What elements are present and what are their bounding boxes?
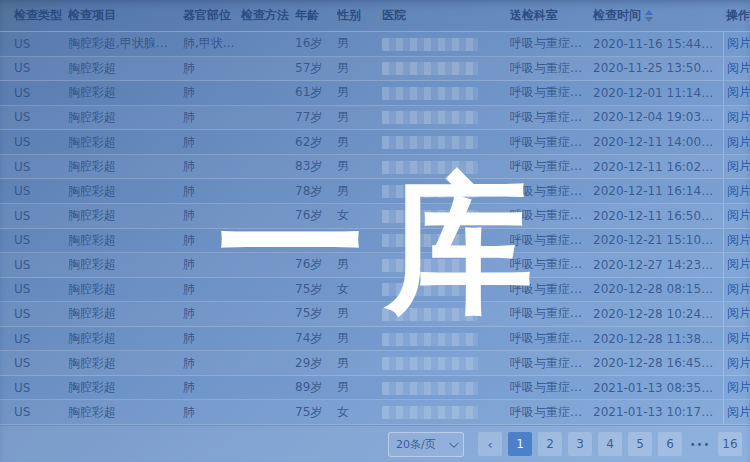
cell-exam-item: 胸腔彩超	[68, 183, 183, 200]
cell-gender: 男	[337, 84, 382, 101]
cell-exam-item: 胸腔彩超	[68, 379, 183, 396]
cell-exam-time: 2020-12-28 08:15:51	[593, 282, 723, 296]
page-button-2[interactable]: 2	[538, 432, 562, 456]
view-images-link[interactable]: 阅片	[727, 379, 750, 396]
cell-age: 77岁	[295, 109, 337, 126]
table-row[interactable]: US 胸腔彩超 肺 78岁 男 呼吸与重症医... 2020-12-11 16:…	[0, 179, 750, 204]
view-images-link[interactable]: 阅片	[727, 60, 750, 77]
cell-hospital	[382, 258, 510, 272]
cell-exam-time: 2020-11-16 15:44:49	[593, 37, 723, 51]
page-button-6[interactable]: 6	[658, 432, 682, 456]
page-button-16[interactable]: 16	[718, 432, 742, 456]
cell-exam-time: 2020-12-11 16:14:49	[593, 184, 723, 198]
table-row[interactable]: US 胸腔彩超 肺 75岁 男 呼吸与重症医... 2020-12-28 10:…	[0, 302, 750, 327]
view-images-link[interactable]: 阅片	[727, 183, 750, 200]
view-images-link[interactable]: 阅片	[727, 355, 750, 372]
cell-hospital	[382, 37, 510, 51]
prev-page-button[interactable]: ‹	[478, 432, 502, 456]
cell-exam-type: US	[14, 209, 68, 223]
cell-gender: 男	[337, 379, 382, 396]
view-images-link[interactable]: 阅片	[727, 232, 750, 249]
cell-organ: 肺	[183, 60, 241, 77]
view-images-link[interactable]: 阅片	[727, 281, 750, 298]
col-header-exam-time[interactable]: 检查时间	[593, 7, 723, 24]
cell-exam-item: 胸腔彩超	[68, 232, 183, 249]
sort-desc-caret-icon[interactable]	[645, 17, 653, 22]
cell-exam-item: 胸腔彩超	[68, 84, 183, 101]
cell-hospital	[382, 135, 510, 149]
cell-department: 呼吸与重症医...	[510, 355, 593, 372]
cell-department: 呼吸与重症医...	[510, 109, 593, 126]
page-button-4[interactable]: 4	[598, 432, 622, 456]
table-header-row: 检查类型 检查项目 器官部位 检查方法 年龄 性别 医院 送检科室 检查时间 操…	[0, 0, 750, 32]
cell-exam-type: US	[14, 282, 68, 296]
col-header-method: 检查方法	[241, 7, 295, 24]
hospital-redaction-block	[382, 308, 478, 321]
hospital-redaction-block	[382, 234, 478, 247]
hospital-redaction-block	[382, 382, 478, 395]
col-header-hospital: 医院	[382, 7, 510, 24]
table-row[interactable]: US 胸腔彩超 肺 57岁 男 呼吸与重症医... 2020-11-25 13:…	[0, 57, 750, 82]
cell-exam-time: 2021-01-13 10:17:16	[593, 405, 723, 419]
view-images-link[interactable]: 阅片	[727, 330, 750, 347]
table-row[interactable]: US 胸腔彩超 肺 77岁 男 呼吸与重症医... 2020-12-04 19:…	[0, 106, 750, 131]
table-row[interactable]: US 胸腔彩超 肺 75岁 女 呼吸与重症医... 2021-01-13 10:…	[0, 400, 750, 425]
cell-department: 呼吸与重症医...	[510, 281, 593, 298]
table-row[interactable]: US 胸腔彩超 肺 76岁 女 呼吸与重症医... 2020-12-11 16:…	[0, 204, 750, 229]
cell-age: 75岁	[295, 404, 337, 421]
table-row[interactable]: US 胸腔彩超 肺 74岁 男 呼吸与重症医... 2020-12-28 11:…	[0, 327, 750, 352]
cell-gender: 男	[337, 109, 382, 126]
cell-exam-time: 2020-12-04 19:03:24	[593, 110, 723, 124]
cell-gender: 女	[337, 281, 382, 298]
view-images-link[interactable]: 阅片	[727, 404, 750, 421]
cell-age: 83岁	[295, 158, 337, 175]
cell-exam-item: 胸腔彩超	[68, 158, 183, 175]
cell-age: 78岁	[295, 183, 337, 200]
cell-organ: 肺	[183, 158, 241, 175]
table-row[interactable]: US 胸腔彩超,甲状腺彩超 肺,甲状... 16岁 男 呼吸与重症医... 20…	[0, 32, 750, 57]
cell-department: 呼吸与重症医...	[510, 60, 593, 77]
view-images-link[interactable]: 阅片	[727, 256, 750, 273]
view-images-link[interactable]: 阅片	[727, 109, 750, 126]
view-images-link[interactable]: 阅片	[727, 158, 750, 175]
sort-asc-caret-icon[interactable]	[645, 10, 653, 15]
table-row[interactable]: US 胸腔彩超 肺 76岁 男 呼吸与重症医... 2020-12-27 14:…	[0, 253, 750, 278]
table-row[interactable]: US 胸腔彩超 肺 66岁 男 呼吸与重症医... 2020-12-21 15:…	[0, 229, 750, 254]
cell-department: 呼吸与重症医...	[510, 256, 593, 273]
view-images-link[interactable]: 阅片	[727, 35, 750, 52]
table-row[interactable]: US 胸腔彩超 肺 83岁 男 呼吸与重症医... 2020-12-11 16:…	[0, 155, 750, 180]
table-row[interactable]: US 胸腔彩超 肺 89岁 男 呼吸与重症医... 2021-01-13 08:…	[0, 376, 750, 401]
hospital-redaction-block	[382, 87, 478, 100]
table-row[interactable]: US 胸腔彩超 肺 75岁 女 呼吸与重症医... 2020-12-28 08:…	[0, 278, 750, 303]
sort-carets-icon[interactable]	[645, 10, 653, 22]
cell-exam-time: 2020-11-25 13:50:01	[593, 61, 723, 75]
cell-exam-type: US	[14, 135, 68, 149]
view-images-link[interactable]: 阅片	[727, 207, 750, 224]
cell-department: 呼吸与重症医...	[510, 134, 593, 151]
view-images-link[interactable]: 阅片	[727, 134, 750, 151]
cell-gender: 男	[337, 183, 382, 200]
cell-gender: 男	[337, 134, 382, 151]
view-images-link[interactable]: 阅片	[727, 84, 750, 101]
cell-hospital	[382, 356, 510, 370]
view-images-link[interactable]: 阅片	[727, 305, 750, 322]
cell-exam-item: 胸腔彩超	[68, 355, 183, 372]
cell-hospital	[382, 110, 510, 124]
hospital-redaction-block	[382, 136, 478, 149]
page-button-3[interactable]: 3	[568, 432, 592, 456]
cell-exam-type: US	[14, 307, 68, 321]
more-pages-ellipsis[interactable]: •••	[688, 432, 712, 456]
cell-exam-time: 2020-12-27 14:23:04	[593, 258, 723, 272]
page-size-select[interactable]: 20条/页	[388, 432, 464, 457]
cell-organ: 肺	[183, 232, 241, 249]
cell-age: 62岁	[295, 134, 337, 151]
table-row[interactable]: US 胸腔彩超 肺 61岁 男 呼吸与重症医... 2020-12-01 11:…	[0, 81, 750, 106]
cell-department: 呼吸与重症医...	[510, 207, 593, 224]
table-row[interactable]: US 胸腔彩超 肺 29岁 男 呼吸与重症医... 2020-12-28 16:…	[0, 351, 750, 376]
cell-organ: 肺	[183, 256, 241, 273]
page-button-1[interactable]: 1	[508, 432, 532, 456]
page-button-5[interactable]: 5	[628, 432, 652, 456]
cell-exam-type: US	[14, 258, 68, 272]
table-row[interactable]: US 胸腔彩超 肺 62岁 男 呼吸与重症医... 2020-12-11 14:…	[0, 130, 750, 155]
cell-exam-type: US	[14, 86, 68, 100]
